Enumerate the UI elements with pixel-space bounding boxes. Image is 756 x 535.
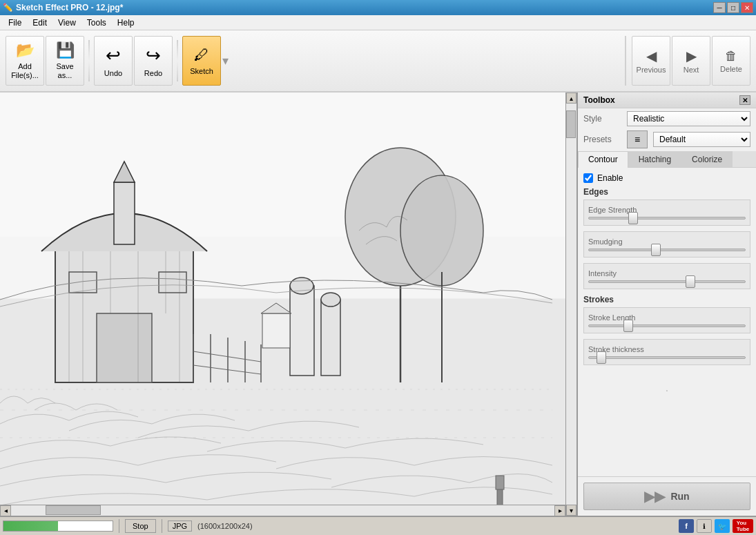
previous-icon: ◀ bbox=[646, 48, 657, 64]
intensity-track[interactable] bbox=[588, 280, 746, 283]
redo-icon: ↪ bbox=[146, 45, 161, 66]
file-format-badge: JPG bbox=[168, 521, 192, 532]
add-files-button[interactable]: 📂 AddFile(s)... bbox=[6, 36, 44, 86]
save-label: Saveas... bbox=[56, 62, 73, 80]
enable-row: Enable bbox=[583, 173, 750, 183]
statusbar: Stop JPG (1600x1200x24) f ℹ 🐦 YouTube bbox=[0, 516, 756, 535]
spacer bbox=[583, 371, 750, 385]
intensity-container: Intensity bbox=[583, 263, 750, 289]
svg-point-20 bbox=[290, 278, 313, 294]
stroke-thickness-container: Stroke thickness bbox=[583, 339, 750, 365]
menu-file[interactable]: File bbox=[3, 17, 27, 29]
toolbar-main-group: 📂 AddFile(s)... 💾 Saveas... ↩ Undo ↪ Red… bbox=[6, 36, 229, 86]
redo-button[interactable]: ↪ Redo bbox=[134, 36, 173, 86]
add-files-icon: 📂 bbox=[16, 41, 35, 59]
next-button[interactable]: ▶ Next bbox=[672, 36, 710, 86]
stroke-length-thumb[interactable] bbox=[623, 320, 633, 332]
undo-icon: ↩ bbox=[106, 45, 121, 66]
vertical-scrollbar[interactable]: ▴ ▾ bbox=[565, 93, 576, 516]
stroke-length-track[interactable] bbox=[588, 324, 746, 327]
sketch-button[interactable]: 🖊 Sketch bbox=[182, 36, 221, 86]
sketch-label: Sketch bbox=[190, 67, 213, 75]
info-button[interactable]: ℹ bbox=[697, 519, 712, 533]
preset-icon[interactable]: ≡ bbox=[627, 130, 648, 148]
menu-view[interactable]: View bbox=[52, 17, 81, 29]
facebook-button[interactable]: f bbox=[679, 519, 694, 533]
titlebar-controls: ─ □ ✕ bbox=[713, 2, 753, 13]
previous-button[interactable]: ◀ Previous bbox=[632, 36, 670, 86]
svg-rect-33 bbox=[496, 476, 504, 489]
previous-label: Previous bbox=[637, 66, 666, 74]
intensity-thumb[interactable] bbox=[686, 275, 695, 288]
run-button[interactable]: ▶▶ Run bbox=[583, 483, 750, 510]
stroke-thickness-thumb[interactable] bbox=[597, 351, 606, 364]
scroll-down-arrow[interactable]: ▾ bbox=[566, 505, 576, 516]
smudging-label: Smudging bbox=[588, 237, 746, 246]
toolbox-panel: Toolbox ✕ Style Realistic Artistic Comic… bbox=[576, 93, 756, 516]
run-arrow-icon: ▶▶ bbox=[644, 488, 665, 505]
h-scroll-track[interactable] bbox=[11, 505, 554, 516]
save-as-button[interactable]: 💾 Saveas... bbox=[46, 36, 84, 86]
enable-label: Enable bbox=[597, 173, 623, 183]
enable-checkbox[interactable] bbox=[583, 173, 593, 183]
h-scroll-thumb[interactable] bbox=[46, 505, 101, 515]
sketch-icon: 🖊 bbox=[194, 46, 209, 64]
toolbar-more-icon[interactable]: ▾ bbox=[222, 53, 229, 68]
toolbox-close-button[interactable]: ✕ bbox=[739, 95, 750, 105]
sketch-image bbox=[0, 93, 565, 505]
close-button[interactable]: ✕ bbox=[741, 2, 753, 13]
toolbox-header: Toolbox ✕ bbox=[578, 93, 756, 108]
tab-contour[interactable]: Contour bbox=[578, 151, 628, 168]
smudging-container: Smudging bbox=[583, 231, 750, 257]
scroll-left-arrow[interactable]: ◂ bbox=[0, 505, 11, 516]
svg-rect-21 bbox=[321, 300, 340, 376]
stroke-thickness-track[interactable] bbox=[588, 356, 746, 359]
svg-point-16 bbox=[400, 175, 483, 286]
main-area: ◂ ▸ ▴ ▾ Toolbox ✕ Style Realistic Artist… bbox=[0, 93, 756, 516]
menu-help[interactable]: Help bbox=[112, 17, 140, 29]
delete-button[interactable]: 🗑 Delete bbox=[712, 36, 750, 86]
toolbar-separator-2 bbox=[177, 40, 178, 81]
app-icon: ✏️ bbox=[3, 3, 13, 12]
run-label: Run bbox=[670, 491, 689, 502]
svg-point-22 bbox=[321, 293, 340, 307]
edge-strength-container: Edge Strength bbox=[583, 200, 750, 226]
stop-button[interactable]: Stop bbox=[125, 519, 156, 533]
toolbox-content: Enable Edges Edge Strength Smudging Inte… bbox=[578, 168, 756, 476]
edge-strength-track[interactable] bbox=[588, 217, 746, 220]
smudging-track[interactable] bbox=[588, 249, 746, 251]
next-label: Next bbox=[684, 66, 699, 74]
v-scroll-thumb[interactable] bbox=[566, 110, 576, 138]
svg-rect-4 bbox=[97, 313, 152, 382]
v-scroll-track[interactable] bbox=[566, 104, 576, 505]
save-icon: 💾 bbox=[56, 41, 75, 59]
tab-hatching[interactable]: Hatching bbox=[628, 151, 681, 167]
progress-bar bbox=[3, 521, 113, 532]
menu-edit[interactable]: Edit bbox=[27, 17, 52, 29]
minimize-button[interactable]: ─ bbox=[713, 2, 726, 13]
edge-strength-thumb[interactable] bbox=[628, 212, 638, 224]
presets-select[interactable]: Default Strong Light Fine Bold bbox=[653, 132, 750, 147]
horizontal-scrollbar[interactable]: ◂ ▸ bbox=[0, 505, 565, 516]
stroke-length-container: Stroke Length bbox=[583, 307, 750, 333]
scroll-right-arrow[interactable]: ▸ bbox=[554, 505, 565, 516]
smudging-thumb[interactable] bbox=[651, 244, 661, 256]
svg-rect-13 bbox=[114, 182, 135, 244]
tab-colorize[interactable]: Colorize bbox=[681, 151, 733, 167]
style-select[interactable]: Realistic Artistic Comic Manga bbox=[627, 111, 750, 126]
toolbar-separator-1 bbox=[88, 40, 90, 81]
undo-button[interactable]: ↩ Undo bbox=[94, 36, 133, 86]
menu-tools[interactable]: Tools bbox=[81, 17, 112, 29]
section-divider: · bbox=[583, 385, 750, 397]
svg-rect-23 bbox=[262, 313, 290, 348]
scroll-up-arrow[interactable]: ▴ bbox=[566, 93, 576, 104]
toolbar: 📂 AddFile(s)... 💾 Saveas... ↩ Undo ↪ Red… bbox=[0, 30, 756, 93]
canvas-area[interactable]: ◂ ▸ bbox=[0, 93, 565, 516]
twitter-button[interactable]: 🐦 bbox=[715, 519, 730, 533]
app-title: Sketch Effect PRO - 12.jpg* bbox=[16, 3, 123, 12]
strokes-section-header: Strokes bbox=[583, 295, 750, 304]
maximize-button[interactable]: □ bbox=[727, 2, 739, 13]
run-area: ▶▶ Run bbox=[578, 476, 756, 516]
style-row: Style Realistic Artistic Comic Manga bbox=[578, 108, 756, 129]
youtube-button[interactable]: YouTube bbox=[733, 519, 753, 533]
